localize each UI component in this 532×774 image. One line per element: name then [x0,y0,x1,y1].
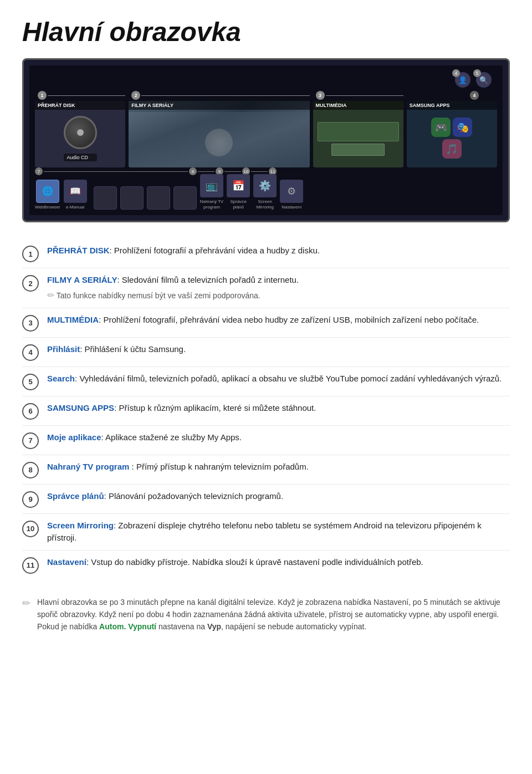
circle-10: 10 [22,521,39,537]
nastaveni-label: Nastavení [282,205,301,210]
num-badge-4: 4 [470,91,479,100]
desc-text-8: Nahraný TV program : Přímý přístup k nah… [47,461,510,473]
spacer-icons [94,186,197,210]
footer-note: ✏ Hlavní obrazovka se po 3 minutách přep… [22,590,510,639]
disc-icon [64,116,97,149]
bottom-icons-container: 7 8 9 10 11 🌐 WebBrowser 📖 e-M [35,174,497,210]
icon-nahrany: 📺 Nahraný TV program [200,174,224,210]
circle-6: 6 [22,403,39,420]
footer-bold: Vyp [207,622,221,631]
audio-cd-label: Audio CD [64,154,97,161]
spacer-5 [147,186,170,210]
desc-text-7: Moje aplikace: Aplikace stažené ze služb… [47,431,510,444]
emanual-box: 📖 [64,180,87,203]
tile2-label: FILMY A SERIÁLY [129,101,309,110]
spacer-6 [173,186,197,210]
desc-text-4: Přihlásit: Přihlášení k účtu Samsung. [47,343,510,356]
key-1: PŘEHRÁT DISK [47,246,110,255]
samsung-icons-row: 🎮 🎭 [431,118,472,137]
icon-spravce: 📅 Správce plánů [227,174,250,210]
subnote-2: ✏ Tato funkce nabídky nemusí být ve vaší… [47,289,510,302]
tile-samsung: SAMSUNG APPS 🎮 🎭 🎵 [407,101,497,167]
bottom-icons-row: 🌐 WebBrowser 📖 e-Manual 📺 [35,174,497,210]
circle-9: 9 [22,491,39,508]
profile-icon: 👤 4 [455,72,470,88]
key-9: Správce plánů [47,491,104,501]
desc-item-6: 6 SAMSUNG APPS: Přístup k různým aplikac… [22,396,510,426]
desc-item-8: 8 Nahraný TV program : Přímý přístup k n… [22,455,510,485]
key-5: Search [47,374,75,383]
key-11: Nastavení [47,557,86,567]
samsung-icon-pink: 🎵 [442,139,462,159]
desc-text-2: FILMY A SERIÁLY: Sledování filmů a telev… [47,274,510,302]
screen-box: ⚙️ [253,174,277,197]
page-title: Hlavní obrazovka [22,17,510,47]
circle-7: 7 [22,432,39,449]
tv-screen: 👤 4 🔍 5 1 2 3 4 [22,58,510,222]
num-badge-3: 3 [316,91,325,100]
tiles-row: PŘEHRÁT DISK Audio CD FILMY A SERIÁLY [35,101,497,167]
desc-item-1: 1 PŘEHRÁT DISK: Prohlížení fotografií a … [22,239,510,268]
desc-item-4: 4 Přihlásit: Přihlášení k účtu Samsung. [22,338,510,367]
desc-item-9: 9 Správce plánů: Plánování požadovaných … [22,485,510,514]
desc-text-11: Nastavení: Vstup do nabídky přístroje. N… [47,556,510,569]
desc-item-7: 7 Moje aplikace: Aplikace stažené ze slu… [22,426,510,455]
nahrany-label: Nahraný TV program [200,199,224,210]
circle-8: 8 [22,462,39,478]
spravce-box: 📅 [227,174,250,197]
footer-link: Autom. Vypnutí [99,622,156,631]
desc-text-10: Screen Mirroring: Zobrazení displeje chy… [47,520,510,544]
nastaveni-box: ⚙ [280,180,303,203]
key-10: Screen Mirroring [47,521,114,530]
desc-item-3: 3 MULTIMÉDIA: Prohlížení fotografií, pře… [22,308,510,338]
tile-movies: FILMY A SERIÁLY [129,101,309,167]
circle-2: 2 [22,275,39,292]
tile3-label: MULTIMÉDIA [313,101,403,110]
circle-5: 5 [22,374,39,390]
samsung-icon-blue: 🎭 [453,118,472,137]
spravce-label: Správce plánů [231,199,247,210]
desc-item-2: 2 FILMY A SERIÁLY: Sledování filmů a tel… [22,268,510,308]
footer-pencil-icon: ✏ [22,597,30,609]
icon-nastaveni: ⚙ Nastavení [280,180,303,210]
key-7: Moje aplikace [47,432,101,442]
circle-1: 1 [22,246,39,262]
tile-num-row: 1 2 3 4 [35,91,497,100]
desc-text-3: MULTIMÉDIA: Prohlížení fotografií, přehr… [47,314,510,327]
tile-play-disc: PŘEHRÁT DISK Audio CD [35,101,125,167]
tile4-label: SAMSUNG APPS [407,101,497,110]
desc-text-5: Search: Vyhledávání filmů, televizních p… [47,373,510,385]
key-8: Nahraný TV program [47,462,129,471]
tile-multimedia: MULTIMÉDIA [313,101,403,167]
icon-emanual: 📖 e-Manual [64,180,87,210]
circle-11: 11 [22,557,39,574]
desc-item-10: 10 Screen Mirroring: Zobrazení displeje … [22,514,510,551]
spacer-3 [94,186,117,210]
nahrany-box: 📺 [200,174,223,197]
desc-text-6: SAMSUNG APPS: Přístup k různým aplikacím… [47,402,510,415]
desc-text-9: Správce plánů: Plánování požadovaných te… [47,490,510,503]
webbrowser-box: 🌐 [36,180,59,203]
desc-item-11: 11 Nastavení: Vstup do nabídky přístroje… [22,551,510,579]
key-6: SAMSUNG APPS [47,403,114,413]
icon-webbrowser: 🌐 WebBrowser [35,180,60,210]
num-badge-2: 2 [131,91,140,100]
desc-item-5: 5 Search: Vyhledávání filmů, televizních… [22,367,510,396]
circle-3: 3 [22,315,39,332]
tile1-label: PŘEHRÁT DISK [35,101,125,110]
num-badge-1: 1 [38,91,47,100]
screen-label: Screen Mirroring [256,199,274,210]
desc-text-1: PŘEHRÁT DISK: Prohlížení fotografií a př… [47,245,510,257]
footer-text2: nastavena na [156,622,207,631]
top-bar: 👤 4 🔍 5 [35,72,497,88]
desc-list: 1 PŘEHRÁT DISK: Prohlížení fotografií a … [22,239,510,579]
samsung-icon-green: 🎮 [431,118,451,137]
movie-bg: FILMY A SERIÁLY [129,101,309,167]
footer-text3: , napájení se nebude automaticky vypínat… [221,622,366,631]
key-2: FILMY A SERIÁLY [47,275,117,284]
search-icon: 🔍 5 [476,72,492,88]
circle-4: 4 [22,344,39,361]
key-3: MULTIMÉDIA [47,315,99,324]
key-4: Přihlásit [47,344,80,354]
emanual-label: e-Manual [66,205,84,210]
